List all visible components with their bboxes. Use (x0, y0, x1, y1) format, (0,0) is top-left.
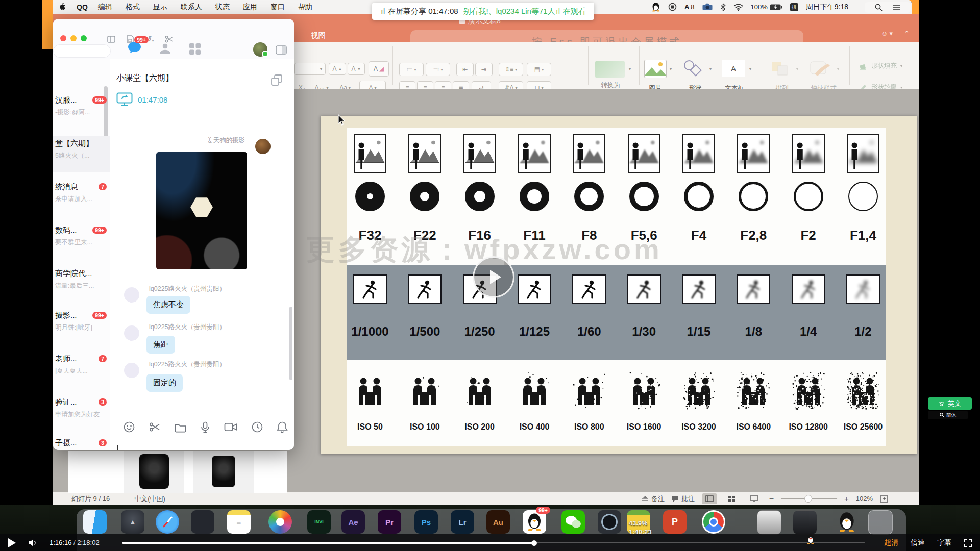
screenshare-status-row[interactable]: 01:47:08 (116, 92, 167, 107)
cut-icon[interactable] (149, 422, 160, 432)
shapes-icon[interactable] (682, 60, 705, 77)
chat-list-item-4[interactable]: 商学院代...流量:最后三... (53, 266, 110, 303)
volume-icon[interactable] (28, 538, 38, 547)
dock-icon-wechat[interactable] (561, 510, 585, 534)
outdent-button[interactable]: ⇤ (456, 63, 474, 76)
dock-icon-after-effects[interactable]: Ae (341, 510, 365, 534)
smartart-icon[interactable] (595, 61, 625, 78)
clear-format-button[interactable]: A◢ (369, 61, 389, 77)
fit-slide-icon[interactable] (880, 495, 888, 503)
input-method-icon[interactable]: 拼 (790, 3, 798, 11)
zoom-in-button[interactable]: + (844, 494, 849, 503)
dock-icon-notes[interactable]: ≡ (227, 510, 251, 534)
menu-item-3[interactable]: 联系人 (181, 3, 202, 12)
history-icon[interactable] (252, 421, 263, 433)
font-size-dropdown[interactable]: ▾ (294, 63, 326, 75)
fullscreen-icon[interactable] (964, 538, 973, 547)
normal-view-button[interactable] (702, 493, 717, 504)
slide-sorter-button[interactable] (724, 493, 740, 504)
chat-list-item-6[interactable]: 老师...7|夏天夏天... (53, 351, 110, 388)
dock-icon-trash[interactable] (868, 510, 893, 535)
contacts-tab[interactable] (159, 42, 172, 55)
notification-center-icon[interactable] (893, 5, 900, 11)
sidebar-toggle-icon[interactable] (107, 36, 115, 43)
dock-icon-premiere[interactable]: Pr (378, 510, 401, 534)
menu-item-0[interactable]: 编辑 (98, 3, 112, 12)
close-button[interactable] (60, 35, 66, 41)
menu-item-6[interactable]: 窗口 (271, 3, 285, 12)
message-avatar[interactable] (124, 325, 139, 341)
zoom-slider[interactable] (781, 498, 837, 499)
apps-grid-tab[interactable] (189, 43, 201, 55)
chat-list-item-5[interactable]: 摄影...99+明月饼:[呲牙] (53, 308, 110, 344)
bluetooth-icon[interactable] (720, 3, 726, 11)
menu-item-1[interactable]: 格式 (126, 3, 140, 12)
menu-item-5[interactable]: 应用 (243, 3, 257, 12)
folder-icon[interactable] (175, 422, 186, 432)
zoom-out-button[interactable]: − (769, 494, 774, 504)
quality-button[interactable]: 超清 (884, 538, 898, 547)
dock-icon-camera-app[interactable] (598, 510, 621, 534)
dock-icon-photoshop[interactable]: Ps (414, 510, 438, 534)
chat-list-item-1[interactable]: 堂【六期】5路火火（... (53, 136, 110, 172)
message-bubble[interactable]: 焦距 (146, 336, 175, 354)
play-button[interactable] (8, 538, 16, 547)
seek-bar[interactable] (122, 542, 865, 543)
dock-icon-dark-app[interactable] (191, 510, 214, 534)
dock-icon-qq[interactable]: 99+ (523, 510, 546, 534)
indent-button[interactable]: ⇥ (475, 63, 493, 76)
smiley-feedback-icon[interactable]: ☺ ▾ (881, 30, 893, 37)
zoom-button[interactable] (81, 35, 87, 41)
chat-list-item-0[interactable]: 汉服...99+-摄影:@阿... (53, 92, 110, 129)
menubar-clock[interactable]: 周日下午9:18 (806, 3, 848, 12)
dock-icon-window-preview-2[interactable] (793, 510, 817, 535)
collapse-ribbon-icon[interactable]: ⌃ (904, 30, 910, 37)
menu-item-4[interactable]: 状态 (215, 3, 230, 12)
columns-button[interactable]: ▤▾ (527, 63, 551, 76)
dock-icon-lightroom[interactable]: Lr (451, 510, 474, 534)
menu-app-name[interactable]: QQ (77, 3, 88, 11)
microphone-icon[interactable] (201, 421, 210, 433)
message-bubble[interactable]: 焦虑不变 (146, 296, 190, 314)
video-call-icon[interactable] (224, 422, 237, 432)
message-avatar[interactable] (124, 363, 139, 378)
spotlight-search-icon[interactable] (875, 4, 883, 11)
camera-status-icon[interactable] (702, 3, 713, 11)
picture-icon[interactable] (644, 60, 667, 78)
comments-button[interactable]: 批注 (672, 494, 695, 504)
chat-list-item-2[interactable]: 统消息7杀申请加入... (53, 179, 110, 216)
dock-icon-penguin-figure[interactable] (835, 510, 859, 534)
textbox-icon[interactable]: A (722, 60, 745, 77)
line-spacing-button[interactable]: ⇕≡▾ (499, 63, 523, 76)
text-input-caret[interactable] (117, 445, 118, 450)
dock-icon-audition[interactable]: Au (486, 510, 510, 534)
dock-icon-finder[interactable] (83, 510, 107, 534)
message-avatar[interactable] (255, 139, 271, 154)
apple-menu-icon[interactable] (60, 3, 67, 11)
wifi-icon[interactable] (733, 4, 743, 11)
slide[interactable]: F32F22F16F11F8F5,6F4F2,8F2F1,4 1/10001/5… (321, 116, 917, 454)
decrease-font-button[interactable]: A▼ (348, 63, 365, 75)
language-indicator[interactable]: 中文(中国) (134, 494, 165, 504)
multi-window-icon[interactable] (271, 74, 283, 86)
menu-item-2[interactable]: 显示 (153, 3, 167, 12)
notification-bell-icon[interactable] (277, 421, 287, 433)
dock-icon-invi-player[interactable]: INVI (307, 510, 331, 534)
messages-tab[interactable]: 99+ (128, 41, 141, 56)
message-avatar[interactable] (124, 287, 139, 303)
panel-toggle-icon[interactable] (276, 45, 287, 55)
dock-icon-photos[interactable] (268, 510, 292, 534)
message-image[interactable] (156, 152, 247, 269)
dock-icon-powerpoint[interactable]: P (663, 510, 687, 534)
subtitles-button[interactable]: 字幕 (937, 538, 951, 547)
dock-icon-launchpad[interactable]: ▲ (121, 510, 144, 534)
message-bubble[interactable]: 固定的 (146, 374, 183, 392)
chat-list-item-7[interactable]: 验证...3申请加您为好友 (53, 394, 110, 431)
chat-list-item-8[interactable]: 子摄...3小蝴蝶:已关 (53, 435, 110, 450)
numbering-button[interactable]: ≕▾ (426, 63, 450, 76)
search-input[interactable] (53, 44, 111, 58)
qq-status-icon[interactable] (652, 2, 660, 12)
zoom-percent[interactable]: 102% (856, 495, 873, 503)
chat-list-item-3[interactable]: 数码...99+要不群里来... (53, 222, 110, 259)
screen-record-icon[interactable] (668, 3, 677, 11)
